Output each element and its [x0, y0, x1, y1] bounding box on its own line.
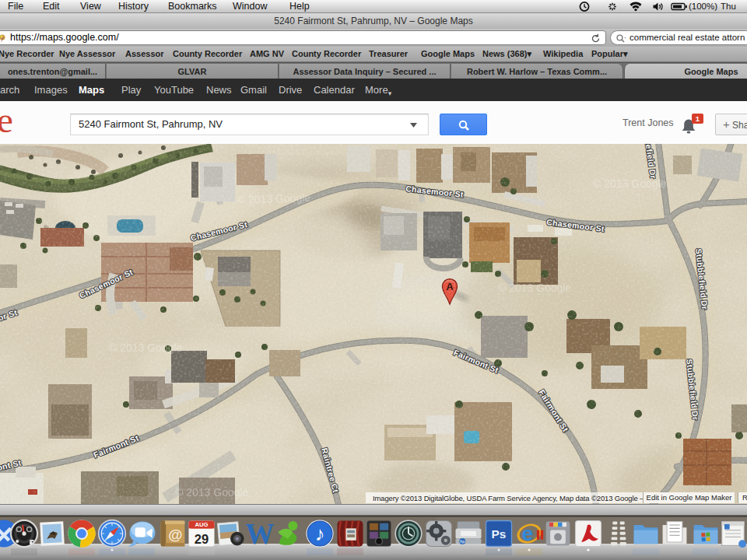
svg-text:♪: ♪ [315, 523, 325, 544]
svg-text:AUG: AUG [195, 521, 208, 528]
svg-text:@: @ [168, 527, 182, 543]
svg-text:e: e [521, 522, 533, 545]
svg-text:W: W [245, 518, 274, 550]
svg-text:29: 29 [195, 532, 209, 546]
svg-text:hp: hp [460, 539, 465, 544]
svg-text:Ps: Ps [492, 527, 507, 541]
